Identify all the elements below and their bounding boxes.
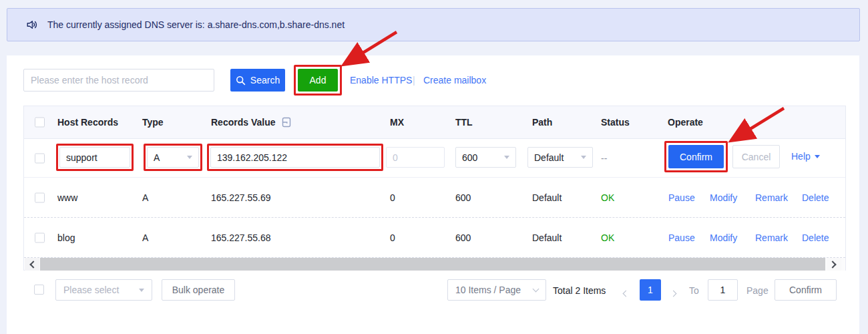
goto-page-input[interactable]	[708, 279, 738, 301]
enable-https-link[interactable]: Enable HTTPS	[350, 75, 412, 86]
modify-link[interactable]: Modify	[710, 232, 737, 243]
caret-down-icon	[139, 289, 144, 292]
footer-confirm-label: Confirm	[789, 285, 822, 295]
header-type: Type	[142, 117, 164, 128]
modify-link[interactable]: Modify	[710, 192, 737, 203]
row-value: 165.227.55.69	[211, 192, 271, 203]
pause-link[interactable]: Pause	[668, 232, 695, 243]
current-page-label: 1	[648, 285, 653, 295]
row-type: A	[142, 232, 148, 243]
row-path: Default	[532, 232, 562, 243]
total-items-label: Total 2 Items	[553, 285, 606, 296]
page-number-button[interactable]: 1	[640, 279, 661, 301]
header-operate: Operate	[668, 117, 703, 128]
table-header-row: Host Records Type Records Value MX TTL P…	[24, 106, 845, 139]
help-dropdown[interactable]: Help	[791, 151, 820, 162]
search-button-label: Search	[250, 75, 280, 86]
page-size-select[interactable]: 10 Items / Page	[447, 279, 546, 301]
prev-page-button[interactable]	[624, 287, 628, 298]
delete-link[interactable]: Delete	[802, 192, 829, 203]
edit-confirm-button[interactable]: Confirm	[668, 145, 724, 168]
confirm-button-label: Confirm	[680, 152, 712, 162]
add-record-button[interactable]: Add	[298, 69, 338, 92]
edit-ttl-select[interactable]: 600	[455, 147, 516, 168]
banner-text: The currently assigned DNS server is: a.…	[47, 19, 345, 30]
row-host: www	[57, 192, 77, 203]
row-status: OK	[601, 192, 614, 203]
edit-host-input[interactable]	[59, 147, 130, 168]
goto-to-label: To	[689, 285, 699, 296]
row-status: OK	[601, 232, 614, 243]
header-records-value: Records Value	[211, 117, 291, 128]
header-ttl: TTL	[455, 117, 473, 128]
chevron-right-icon	[829, 261, 836, 268]
cancel-button-label: Cancel	[742, 152, 771, 162]
search-button[interactable]: Search	[230, 69, 285, 92]
header-path: Path	[532, 117, 552, 128]
header-host-records: Host Records	[57, 117, 118, 128]
row-type: A	[142, 192, 148, 203]
chevron-left-icon	[29, 261, 37, 268]
caret-down-icon	[815, 155, 820, 158]
next-page-button[interactable]	[671, 287, 676, 298]
host-record-search-input[interactable]	[23, 69, 214, 92]
help-label: Help	[791, 151, 811, 162]
row-mx: 0	[390, 192, 395, 203]
row-mx: 0	[390, 232, 395, 243]
row-ttl: 600	[455, 232, 471, 243]
remark-link[interactable]: Remark	[755, 232, 788, 243]
magnifier-icon	[236, 75, 246, 86]
row-host: blog	[57, 232, 75, 243]
row-path: Default	[532, 192, 562, 203]
dns-records-table: Host Records Type Records Value MX TTL P…	[23, 106, 846, 271]
edit-value-input[interactable]	[210, 147, 380, 168]
horizontal-scrollbar	[25, 258, 845, 271]
scroll-left-button[interactable]	[25, 258, 39, 271]
create-mailbox-link[interactable]: Create mailbox	[423, 75, 486, 86]
row-checkbox[interactable]	[35, 192, 45, 202]
row-value: 165.227.55.68	[211, 232, 271, 243]
dns-server-banner: The currently assigned DNS server is: a.…	[7, 8, 860, 41]
chevron-right-icon	[670, 291, 677, 297]
row-checkbox[interactable]	[35, 232, 45, 242]
add-button-label: Add	[310, 75, 327, 86]
bulk-operate-label: Bulk operate	[172, 285, 225, 295]
pause-link[interactable]: Pause	[668, 192, 695, 203]
bulk-action-select[interactable]: Please select	[55, 279, 152, 301]
display-toggle-icon[interactable]	[282, 117, 291, 128]
row-ttl: 600	[455, 192, 471, 203]
footer-select-all-checkbox[interactable]	[34, 285, 44, 295]
scrollbar-thumb[interactable]	[40, 258, 825, 271]
chevron-left-icon	[623, 291, 630, 297]
scroll-right-button[interactable]	[827, 258, 841, 271]
delete-link[interactable]: Delete	[802, 232, 829, 243]
edit-path-value: Default	[534, 152, 564, 163]
header-mx: MX	[390, 117, 404, 128]
edit-row-checkbox[interactable]	[35, 153, 45, 163]
remark-link[interactable]: Remark	[755, 192, 788, 203]
dns-records-page: { "banner": { "text": "The currently ass…	[0, 0, 868, 334]
page-size-value: 10 Items / Page	[455, 285, 521, 295]
bulk-operate-button[interactable]: Bulk operate	[162, 279, 235, 301]
table-row-www: www A 165.227.55.69 0 600 Default OK Pau…	[24, 178, 845, 218]
header-status: Status	[601, 117, 630, 128]
footer-confirm-button[interactable]: Confirm	[775, 279, 837, 301]
edit-mx-input[interactable]	[386, 147, 445, 168]
chevron-down-icon	[533, 286, 539, 293]
edit-type-select[interactable]: A	[147, 147, 199, 168]
edit-type-value: A	[154, 152, 160, 163]
toolbar-separator: |	[413, 75, 415, 86]
edit-cancel-button[interactable]: Cancel	[732, 145, 780, 168]
caret-down-icon	[581, 156, 586, 159]
goto-page-label: Page	[746, 285, 769, 296]
bulk-select-placeholder: Please select	[63, 285, 119, 295]
table-row-blog: blog A 165.227.55.68 0 600 Default OK Pa…	[24, 218, 845, 258]
select-all-checkbox[interactable]	[35, 118, 45, 128]
edit-row-status: --	[601, 153, 607, 164]
caret-down-icon	[504, 156, 509, 159]
caret-down-icon	[187, 156, 192, 159]
speaker-icon	[25, 18, 39, 31]
edit-path-select[interactable]: Default	[527, 147, 593, 168]
edit-ttl-value: 600	[462, 152, 477, 163]
